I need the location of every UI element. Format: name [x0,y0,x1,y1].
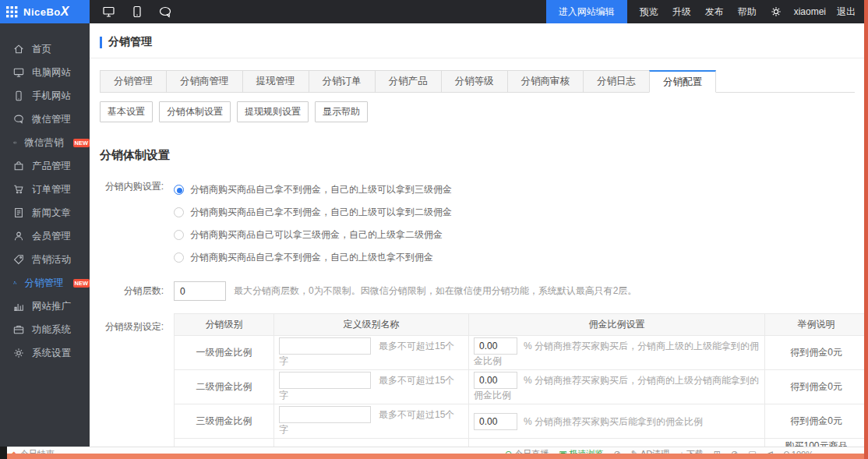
desktop-view-icon[interactable] [102,5,115,18]
level2-name-input[interactable] [279,372,371,389]
radio-unselected-icon[interactable] [174,207,184,217]
level2-rate-input[interactable] [474,372,517,389]
sidebar-item-distribution[interactable]: 分销管理 NEW [0,271,90,295]
sidebar-item-label: 网站推广 [32,300,71,313]
tab-distribution-log[interactable]: 分销日志 [583,70,650,93]
brand-logo: NiceBoX [23,5,69,19]
radio-option-2[interactable]: 分销商购买商品自己拿不到佣金，自己的上级可以拿到二级佣金 [174,201,452,224]
example-cell: 得到佣金0元 [765,404,868,439]
level-cell: 一级佣金比例 [175,336,274,370]
radio-option-text: 分销商购买商品自己拿不到佣金，自己的上级也拿不到佣金 [190,251,433,264]
bottom-left-corner-block [0,447,7,459]
example-cell: 得到佣金0元 [765,336,868,370]
sidebar-item-label: 系统设置 [32,347,71,360]
radio-selected-icon[interactable] [174,185,184,195]
subtab-system-settings[interactable]: 分销体制设置 [159,101,231,122]
sidebar-item-orders[interactable]: 订单管理 [0,178,90,201]
main-content: 分销管理 分销管理 分销商管理 提现管理 分销订单 分销产品 分销等级 分销商审… [90,23,868,447]
menu-upgrade[interactable]: 升级 [672,5,691,19]
enter-site-editor-button[interactable]: 进入网站编辑 [546,0,627,23]
sidebar-item-news[interactable]: 新闻文章 [0,201,90,224]
menu-preview[interactable]: 预览 [640,5,658,19]
level1-name-input[interactable] [279,337,371,355]
sidebar-item-members[interactable]: 会员管理 [0,224,90,248]
apps-grid-icon[interactable] [6,6,18,18]
radio-option-text: 分销商购买商品自己可以拿三级佣金，自己的上级拿二级佣金 [190,228,443,242]
topbar: NiceBoX 进入网站编辑 预览 升级 发布 帮助 xiaomei 退出 [0,0,868,23]
sidebar-item-function-system[interactable]: 功能系统 [0,318,90,341]
level1-rate-input[interactable] [474,337,517,355]
rate-description: % 分销商推荐买家购买后能拿到的佣金比例 [524,416,703,427]
sidebar-item-label: 微信营销 [25,136,64,150]
radio-option-3[interactable]: 分销商购买商品自己可以拿三级佣金，自己的上级拿二级佣金 [174,224,452,246]
desktop-icon [13,67,24,78]
distribution-levels-setting: 分销层数: 最大分销商层数，0为不限制。因微信分销限制，如在微信使用分销功能，系… [100,281,868,301]
table-row-level1: 一级佣金比例 最多不可超过15个字 % 分销商推荐买家购买后，分销商上级的上级能… [175,336,868,370]
sidebar-item-wechat-marketing[interactable]: 微信营销 NEW [0,131,90,154]
col-header-example: 举例说明 [765,314,868,336]
radio-group: 分销商购买商品自己拿不到佣金，自己的上级可以拿到三级佣金 分销商购买商品自己拿不… [174,178,452,269]
level-definition-setting: 分销级别设定: 分销级别 定义级别名称 佣金比例设置 举例说明 一级佣金比例 最… [100,313,868,447]
tab-bar-filler [716,70,855,93]
menu-help[interactable]: 帮助 [738,5,757,19]
example-line: 购买100元商品 [770,440,863,447]
subtab-basic-settings[interactable]: 基本设置 [100,101,153,122]
col-header-rate: 佣金比例设置 [469,314,765,336]
sidebar-item-desktop-site[interactable]: 电脑网站 [0,61,90,84]
tab-distribution-products[interactable]: 分销产品 [375,70,442,93]
right-edge-strip [864,0,868,459]
table-row-buyer: 买家 - 直接购买商品的买家，无佣金 购买100元商品 （不包含运费等其它费用） [175,439,868,447]
mobile-view-icon[interactable] [132,5,142,18]
subtab-show-help[interactable]: 显示帮助 [315,101,368,122]
sidebar: 首页 电脑网站 手机网站 微信管理 微信营销 NEW 产品管理 [0,23,90,447]
radio-option-text: 分销商购买商品自己拿不到佣金，自己的上级可以拿到二级佣金 [190,206,452,219]
tab-distributor-review[interactable]: 分销商审核 [507,70,584,93]
username[interactable]: xiaomei [794,6,826,17]
level3-rate-input[interactable] [474,413,517,430]
level-count-label: 分销层数: [100,284,164,298]
tab-withdraw-mgmt[interactable]: 提现管理 [242,70,309,93]
radio-unselected-icon[interactable] [174,252,184,263]
gamepad-icon [13,137,17,148]
topbar-user: xiaomei 退出 [794,0,868,23]
chat-icon [13,114,24,125]
document-icon [13,207,24,218]
sidebar-item-products[interactable]: 产品管理 [0,154,90,178]
sidebar-item-label: 新闻文章 [32,207,71,220]
table-header-row: 分销级别 定义级别名称 佣金比例设置 举例说明 [175,314,868,336]
menu-publish[interactable]: 发布 [705,5,724,19]
table-row-level3: 三级佣金比例 最多不可超过15个字 % 分销商推荐买家购买后能拿到的佣金比例 得… [175,404,868,439]
col-header-level: 分销级别 [175,314,274,336]
tab-distribution-mgmt[interactable]: 分销管理 [100,70,167,93]
radio-unselected-icon[interactable] [174,230,184,240]
sidebar-item-label: 手机网站 [32,90,71,103]
radio-option-1[interactable]: 分销商购买商品自己拿不到佣金，自己的上级可以拿到三级佣金 [174,178,452,201]
wechat-view-icon[interactable] [159,6,172,18]
sidebar-item-label: 微信管理 [32,113,71,126]
tab-distribution-levels[interactable]: 分销等级 [441,70,508,93]
buyer-example-cell: 购买100元商品 （不包含运费等其它费用） [765,439,868,447]
sidebar-item-mobile-site[interactable]: 手机网站 [0,84,90,108]
level-count-input[interactable] [174,281,226,301]
level-cell: 二级佣金比例 [175,370,274,404]
tab-distribution-config[interactable]: 分销配置 [649,70,716,93]
sidebar-item-site-promotion[interactable]: 网站推广 [0,295,90,318]
logo-block[interactable]: NiceBoX [0,0,90,23]
subtab-withdraw-rules[interactable]: 提现规则设置 [237,101,309,122]
gear-icon[interactable] [771,6,782,17]
tab-distributor-mgmt[interactable]: 分销商管理 [166,70,243,93]
level-cell: 三级佣金比例 [175,404,274,439]
bottom-orange-bar [7,454,868,459]
level3-name-input[interactable] [279,406,371,423]
level-cell: 买家 [175,439,274,447]
tab-distribution-orders[interactable]: 分销订单 [309,70,376,93]
radio-option-4[interactable]: 分销商购买商品自己拿不到佣金，自己的上级也拿不到佣金 [174,246,452,269]
tab-bar: 分销管理 分销商管理 提现管理 分销订单 分销产品 分销等级 分销商审核 分销日… [100,70,855,93]
sidebar-item-home[interactable]: 首页 [0,37,90,61]
logout-link[interactable]: 退出 [837,5,856,19]
sidebar-item-label: 首页 [32,43,51,56]
sidebar-item-system-settings[interactable]: 系统设置 [0,341,90,365]
sidebar-item-wechat-mgmt[interactable]: 微信管理 [0,108,90,131]
mobile-icon [13,90,24,101]
sidebar-item-marketing-activity[interactable]: 营销活动 [0,248,90,271]
